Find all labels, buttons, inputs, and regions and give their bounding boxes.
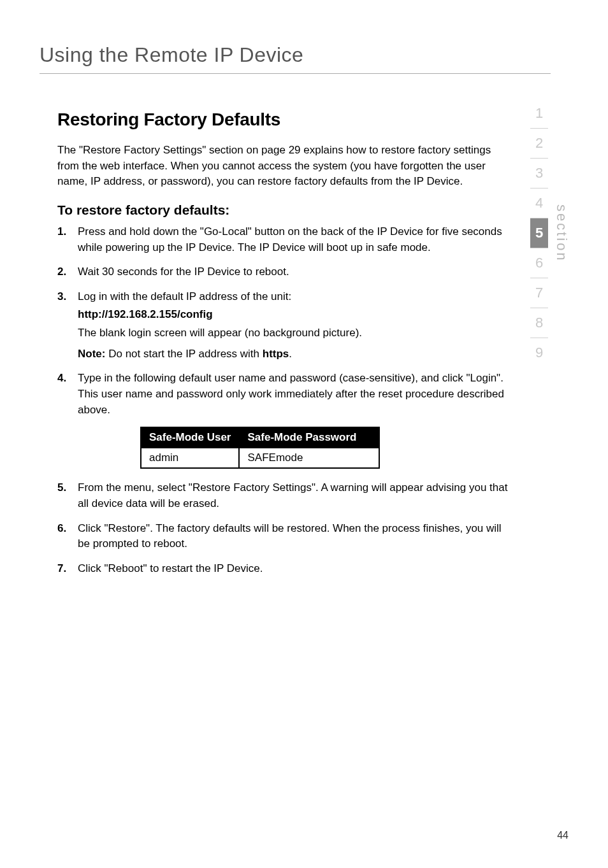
step-number: 5.	[57, 480, 78, 514]
step-text: The blank login screen will appear (no b…	[78, 325, 510, 341]
step-6: 6. Click "Restore". The factory defaults…	[57, 521, 510, 555]
section-nav-5[interactable]: 5	[530, 218, 548, 248]
table-header: Safe-Mode Password	[239, 427, 379, 448]
step-3: 3. Log in with the default IP address of…	[57, 289, 510, 365]
step-1: 1. Press and hold down the "Go-Local" bu…	[57, 224, 510, 258]
table-cell-password: SAFEmode	[239, 448, 379, 468]
table-header: Safe-Mode User	[141, 427, 239, 448]
step-text: Log in with the default IP address of th…	[78, 289, 510, 305]
note-mid: Do not start the IP address with	[105, 348, 262, 360]
step-text: Click "Reboot" to restart the IP Device.	[78, 561, 510, 577]
sub-heading: To restore factory defaults:	[57, 203, 551, 218]
step-text: Press and hold down the "Go-Local" butto…	[78, 224, 510, 255]
step-number: 7.	[57, 561, 78, 580]
step-text: From the menu, select "Restore Factory S…	[78, 480, 510, 511]
note-label: Note:	[78, 348, 105, 360]
intro-paragraph: The "Restore Factory Settings" section o…	[57, 143, 503, 190]
step-4: 4. Type in the following default user na…	[57, 371, 510, 420]
safe-mode-table: Safe-Mode User Safe-Mode Password admin …	[140, 427, 380, 469]
step-text: Type in the following default user name …	[78, 371, 510, 418]
section-nav-1[interactable]: 1	[530, 99, 548, 129]
page-title: Using the Remote IP Device	[40, 43, 551, 74]
section-nav-4[interactable]: 4	[530, 189, 548, 218]
page-number: 44	[557, 830, 568, 841]
step-number: 3.	[57, 289, 78, 365]
section-nav-8[interactable]: 8	[530, 308, 548, 338]
section-nav-strip: 1 2 3 4 5 6 7 8 9 section	[530, 99, 570, 367]
note-https: https	[263, 348, 289, 360]
section-vertical-label: section	[553, 204, 570, 262]
step-note: Note: Do not start the IP address with h…	[78, 346, 510, 362]
table-row: admin SAFEmode	[141, 448, 379, 468]
table-header-row: Safe-Mode User Safe-Mode Password	[141, 427, 379, 448]
step-text: Click "Restore". The factory defaults wi…	[78, 521, 510, 552]
step-text: Wait 30 seconds for the IP Device to reb…	[78, 264, 510, 280]
step-number: 2.	[57, 264, 78, 283]
step-number: 6.	[57, 521, 78, 555]
section-nav-3[interactable]: 3	[530, 159, 548, 189]
step-7: 7. Click "Reboot" to restart the IP Devi…	[57, 561, 510, 580]
step-5: 5. From the menu, select "Restore Factor…	[57, 480, 510, 514]
step-number: 1.	[57, 224, 78, 258]
section-numbers: 1 2 3 4 5 6 7 8 9	[530, 99, 548, 367]
step-number: 4.	[57, 371, 78, 420]
config-url: http://192.168.2.155/config	[78, 307, 510, 323]
section-nav-9[interactable]: 9	[530, 338, 548, 367]
section-nav-6[interactable]: 6	[530, 248, 548, 278]
step-2: 2. Wait 30 seconds for the IP Device to …	[57, 264, 510, 283]
steps-list: 1. Press and hold down the "Go-Local" bu…	[57, 224, 510, 420]
section-nav-7[interactable]: 7	[530, 278, 548, 308]
note-tail: .	[289, 348, 292, 360]
steps-list-cont: 5. From the menu, select "Restore Factor…	[57, 480, 510, 579]
table-cell-user: admin	[141, 448, 239, 468]
section-nav-2[interactable]: 2	[530, 129, 548, 159]
section-heading: Restoring Factory Defaults	[57, 110, 551, 130]
